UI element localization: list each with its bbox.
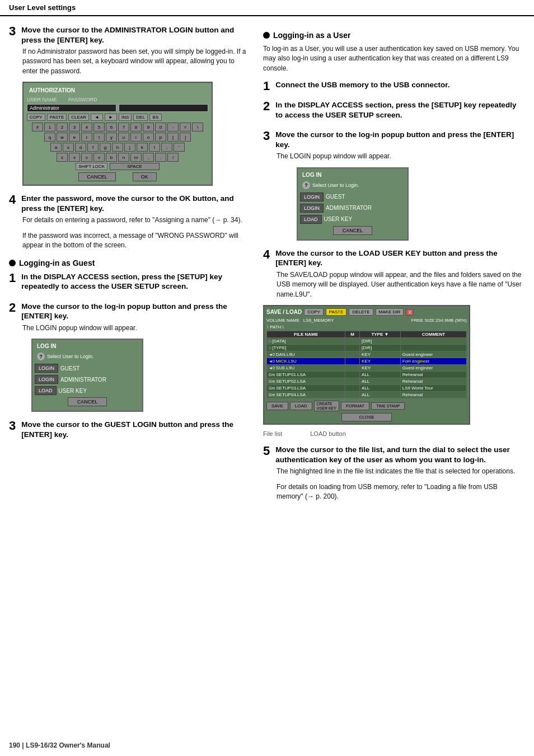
auth-key-3[interactable]: 3 (69, 123, 80, 132)
auth-del-btn[interactable]: DEL (133, 114, 148, 121)
auth-key-c[interactable]: c (81, 153, 92, 162)
login-popup1-btn2-label[interactable]: LOGIN (35, 375, 58, 384)
auth-key-n[interactable]: n (118, 153, 129, 162)
table-row[interactable]: GmSETUP01.LSA ALL Rehearsal (267, 372, 467, 378)
table-row[interactable]: GmSETUP02.LSA ALL Rehearsal (267, 378, 467, 385)
saveload-delete-btn[interactable]: DELETE (349, 308, 373, 316)
auth-bs-btn[interactable]: BS (149, 114, 162, 121)
login-popup2-userkey-btn[interactable]: LOAD USER KEY (300, 215, 405, 224)
auth-username-input[interactable]: Administrator (27, 104, 116, 112)
auth-key-minus[interactable]: - (167, 123, 179, 132)
auth-key-a[interactable]: a (50, 143, 62, 152)
auth-key-comma[interactable]: , (143, 153, 154, 162)
saveload-save-btn[interactable]: SAVE (266, 402, 288, 410)
saveload-copy-btn[interactable]: COPY (304, 308, 324, 316)
table-cell-name: □[TYPE] (267, 345, 345, 351)
auth-key-4[interactable]: 4 (81, 123, 92, 132)
table-row[interactable]: □[TYPE] [DIR] (267, 345, 467, 351)
auth-key-r[interactable]: r (81, 133, 92, 142)
auth-key-hash[interactable]: # (32, 123, 43, 132)
auth-key-1[interactable]: 1 (44, 123, 55, 132)
auth-key-o[interactable]: o (143, 133, 154, 142)
auth-key-y[interactable]: y (106, 133, 117, 142)
auth-key-eq[interactable]: = (180, 123, 191, 132)
login-popup1-btn3-label[interactable]: LOAD (35, 386, 57, 395)
auth-key-x[interactable]: x (69, 153, 80, 162)
login-popup1-admin-btn[interactable]: LOGIN ADMINISTRATOR (35, 375, 140, 384)
auth-key-7[interactable]: 7 (118, 123, 129, 132)
saveload-close-btn[interactable]: CLOSE (341, 413, 391, 421)
login-popup1-userkey-btn[interactable]: LOAD USER KEY (35, 386, 140, 395)
login-popup2-btn2-label[interactable]: LOGIN (300, 204, 324, 213)
table-row[interactable]: ◄0SUE.L9U KEY Guest engineer (267, 365, 467, 372)
login-popup1-btn1-label[interactable]: LOGIN (35, 364, 58, 373)
auth-clear-btn[interactable]: CLEAR (68, 114, 89, 121)
auth-paste-btn[interactable]: PASTE (47, 114, 67, 121)
auth-key-8[interactable]: 8 (130, 123, 142, 132)
auth-space-btn[interactable]: SPACE (110, 163, 160, 170)
table-row[interactable]: GmSETUP03.LSA ALL LS9 World Tour (267, 385, 467, 392)
auth-copy-btn[interactable]: COPY (27, 114, 45, 121)
auth-left-btn[interactable]: ◄ (91, 114, 103, 121)
auth-key-5[interactable]: 5 (93, 123, 105, 132)
auth-key-j[interactable]: j (124, 143, 135, 152)
auth-key-semicolon[interactable]: ; (161, 143, 172, 152)
auth-key-p[interactable]: p (155, 133, 166, 142)
login-popup2-btn1-label[interactable]: LOGIN (300, 192, 324, 201)
saveload-x-btn[interactable]: X (406, 309, 414, 316)
auth-key-2[interactable]: 2 (57, 123, 68, 132)
saveload-timestamp-btn[interactable]: TIME STAMP (371, 402, 405, 410)
auth-key-m[interactable]: m (130, 153, 142, 162)
login-popup1-guest-btn[interactable]: LOGIN GUEST (35, 364, 140, 373)
auth-key-lbracket[interactable]: [ (167, 133, 179, 142)
login-popup2-admin-btn[interactable]: LOGIN ADMINISTRATOR (300, 204, 405, 213)
auth-key-slash[interactable]: / (167, 153, 179, 162)
saveload-format-btn[interactable]: FORMAT (341, 402, 369, 410)
table-row[interactable]: ◄0DAN.L9U KEY Guest engineer (267, 351, 467, 358)
auth-password-input[interactable] (119, 104, 208, 112)
auth-key-backslash[interactable]: \ (192, 123, 203, 132)
auth-key-period[interactable]: . (155, 153, 166, 162)
auth-key-g[interactable]: g (100, 143, 111, 152)
saveload-paste-btn[interactable]: PASTE (326, 308, 347, 316)
table-row[interactable]: ◄0MICK.L9U KEY FoH engineer (267, 358, 467, 365)
auth-cancel-button[interactable]: CANCEL (78, 172, 116, 181)
saveload-makedir-btn[interactable]: MAKE DIR (376, 308, 404, 316)
auth-key-quote[interactable]: ' (174, 143, 185, 152)
auth-key-b[interactable]: b (106, 153, 117, 162)
auth-key-u[interactable]: u (118, 133, 129, 142)
auth-key-f[interactable]: f (87, 143, 99, 152)
saveload-load-btn[interactable]: LOAD (290, 402, 312, 410)
left-step4-body1: For details on entering a password, refe… (22, 215, 250, 225)
auth-ok-button[interactable]: OK (133, 172, 157, 181)
auth-key-w[interactable]: w (57, 133, 68, 142)
auth-key-l[interactable]: l (149, 143, 160, 152)
saveload-col-m: M (345, 331, 359, 338)
auth-key-v[interactable]: v (93, 153, 105, 162)
auth-right-btn[interactable]: ► (105, 114, 117, 121)
auth-shift-lock-btn[interactable]: SHIFT LOCK (76, 163, 107, 170)
table-row[interactable]: GmSETUP04.LSA ALL Rehearsal (267, 392, 467, 398)
auth-key-e[interactable]: e (69, 133, 80, 142)
auth-key-z[interactable]: z (57, 153, 68, 162)
table-row[interactable]: □[DATA] [DIR] (267, 338, 467, 345)
saveload-create-userkey-btn[interactable]: CREATEUSER KEY (314, 401, 339, 411)
auth-key-0[interactable]: 0 (155, 123, 166, 132)
auth-ins-btn[interactable]: INS (119, 114, 132, 121)
auth-key-q[interactable]: q (44, 133, 55, 142)
auth-key-6[interactable]: 6 (106, 123, 117, 132)
auth-key-h[interactable]: h (112, 143, 123, 152)
auth-key-9[interactable]: 9 (143, 123, 154, 132)
auth-key-i[interactable]: i (130, 133, 142, 142)
table-cell-m (345, 385, 359, 392)
auth-key-d[interactable]: d (75, 143, 86, 152)
auth-key-rbracket[interactable]: ] (180, 133, 191, 142)
login-popup1-cancel-button[interactable]: CANCEL (68, 397, 107, 406)
auth-key-k[interactable]: k (137, 143, 148, 152)
auth-key-s[interactable]: s (63, 143, 74, 152)
login-popup2-guest-btn[interactable]: LOGIN GUEST (300, 192, 405, 201)
table-cell-name: ◄0MICK.L9U (267, 358, 345, 365)
login-popup2-cancel-button[interactable]: CANCEL (333, 226, 372, 235)
auth-key-t[interactable]: t (93, 133, 105, 142)
login-popup2-btn3-label[interactable]: LOAD (300, 215, 322, 224)
